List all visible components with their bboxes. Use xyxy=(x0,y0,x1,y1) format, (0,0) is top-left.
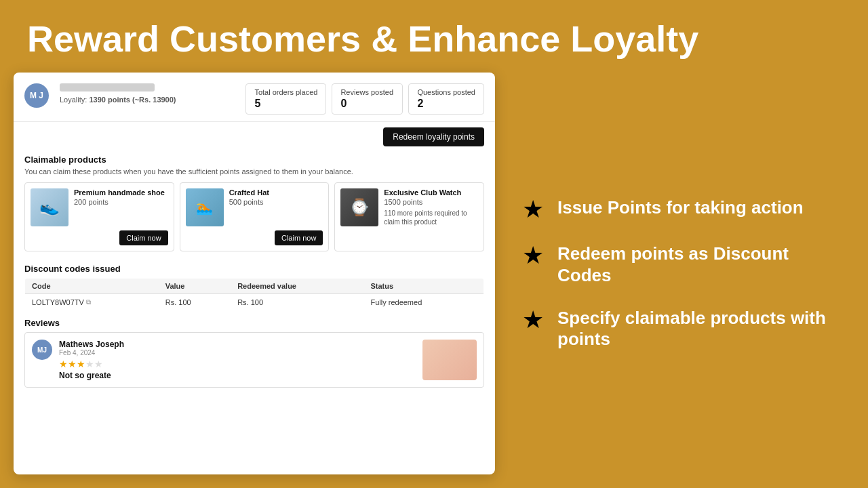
product-points-hat: 500 points xyxy=(229,198,323,206)
reviewer-name: Mathews Joseph xyxy=(59,340,416,349)
product-name-watch: Exclusive Club Watch xyxy=(384,188,478,197)
stat-reviews-posted: Reviews posted 0 xyxy=(332,83,403,115)
loyalty-text: Loyality: 1390 points (~Rs. 13900) xyxy=(60,96,235,104)
feature-item-3: ★ Specify claimable products with points xyxy=(522,308,827,350)
claimable-title: Claimable products xyxy=(24,155,484,165)
product-name-hat: Crafted Hat xyxy=(229,188,323,197)
customer-details: Loyality: 1390 points (~Rs. 13900) xyxy=(60,83,235,104)
reviews-title: Reviews xyxy=(24,318,484,328)
discount-table: Code Value Redeemed value Status LOLTY8W… xyxy=(24,278,484,311)
product-card-hat: Crafted Hat 500 points Claim now xyxy=(180,182,330,251)
product-card-shoe: Premium handmade shoe 200 points Claim n… xyxy=(24,182,174,251)
stat-questions-posted: Questions posted 2 xyxy=(408,83,484,115)
customer-name-bar xyxy=(60,83,155,92)
claim-button-shoe[interactable]: Claim now xyxy=(119,230,167,245)
product-image-shoe xyxy=(31,188,68,226)
review-stars: ★★★★★ xyxy=(59,359,416,369)
review-text: Not so greate xyxy=(59,371,416,380)
customer-info-row: M J Loyality: 1390 points (~Rs. 13900) T… xyxy=(14,73,495,122)
col-status: Status xyxy=(363,279,484,294)
claim-button-hat[interactable]: Claim now xyxy=(275,230,323,245)
discount-status: Fully redeemed xyxy=(363,294,484,311)
copy-icon[interactable]: ⧉ xyxy=(86,298,91,306)
discount-title: Discount codes issued xyxy=(24,264,484,274)
feature-item-1: ★ Issue Points for taking action xyxy=(522,197,827,222)
product-points-watch: 1500 points xyxy=(384,198,478,206)
feature-text-3: Specify claimable products with points xyxy=(557,308,827,350)
redeem-button[interactable]: Redeem loyality points xyxy=(383,127,484,146)
stats-boxes: Total orders placed 5 Reviews posted 0 Q… xyxy=(245,83,484,115)
discount-code: LOLTY8W07TV xyxy=(32,298,84,306)
feature-star-1: ★ xyxy=(522,197,544,222)
product-note-watch: 110 more points required to claim this p… xyxy=(384,209,478,226)
product-name-shoe: Premium handmade shoe xyxy=(74,188,168,197)
redeem-row: Redeem loyality points xyxy=(14,122,495,149)
avatar: M J xyxy=(24,83,49,108)
redeemed-value: Rs. 100 xyxy=(231,294,363,311)
review-image xyxy=(422,340,477,380)
products-row: Premium handmade shoe 200 points Claim n… xyxy=(24,182,484,251)
col-value: Value xyxy=(159,279,231,294)
product-image-hat xyxy=(186,188,224,226)
claimable-desc: You can claim these products when you ha… xyxy=(24,167,484,176)
review-card: MJ Mathews Joseph Feb 4, 2024 ★★★★★ Not … xyxy=(24,332,484,388)
discount-value: Rs. 100 xyxy=(159,294,231,311)
col-code: Code xyxy=(25,279,159,294)
app-panel: M J Loyality: 1390 points (~Rs. 13900) T… xyxy=(14,73,495,474)
features-panel: ★ Issue Points for taking action ★ Redee… xyxy=(495,73,854,474)
feature-star-2: ★ xyxy=(522,243,544,268)
feature-text-1: Issue Points for taking action xyxy=(557,197,804,218)
page-title: Reward Customers & Enhance Loyalty xyxy=(27,19,841,59)
review-avatar: MJ xyxy=(32,340,52,360)
feature-star-3: ★ xyxy=(522,308,544,332)
main-content: M J Loyality: 1390 points (~Rs. 13900) T… xyxy=(0,73,868,488)
stat-total-orders: Total orders placed 5 xyxy=(245,83,326,115)
product-points-shoe: 200 points xyxy=(74,198,168,206)
claimable-section: Claimable products You can claim these p… xyxy=(14,149,495,260)
col-redeemed: Redeemed value xyxy=(231,279,363,294)
header: Reward Customers & Enhance Loyalty xyxy=(0,0,868,73)
feature-item-2: ★ Redeem points as Discount Codes xyxy=(522,243,827,285)
review-date: Feb 4, 2024 xyxy=(59,349,416,357)
feature-text-2: Redeem points as Discount Codes xyxy=(557,243,827,285)
review-content: Mathews Joseph Feb 4, 2024 ★★★★★ Not so … xyxy=(59,340,416,380)
product-card-watch: Exclusive Club Watch 1500 points 110 mor… xyxy=(334,182,484,251)
table-row: LOLTY8W07TV ⧉ Rs. 100 Rs. 100 Fully rede… xyxy=(25,294,484,311)
reviews-section: Reviews MJ Mathews Joseph Feb 4, 2024 ★★… xyxy=(14,314,495,390)
discount-section: Discount codes issued Code Value Redeeme… xyxy=(14,260,495,314)
product-image-watch xyxy=(340,188,378,226)
